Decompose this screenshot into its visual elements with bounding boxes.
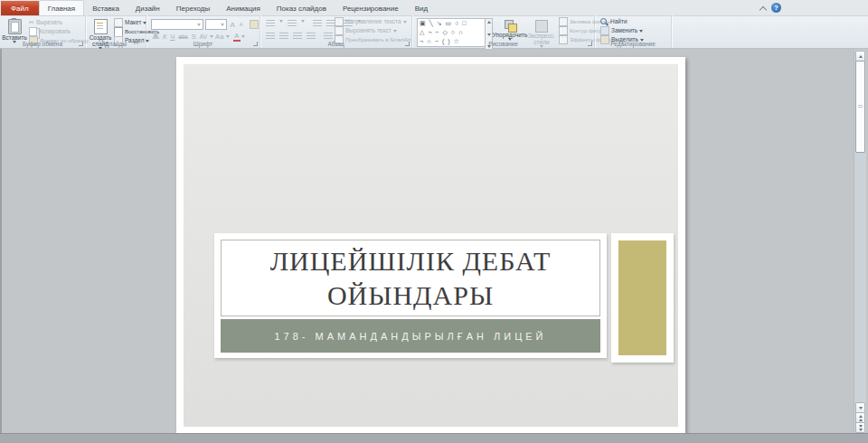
slide-title[interactable]: ЛИЦЕЙШІЛІК ДЕБАТ ОЙЫНДАРЫ: [221, 240, 600, 316]
clipboard-dialog-launcher-icon[interactable]: [79, 42, 83, 46]
title-placeholder[interactable]: ЛИЦЕЙШІЛІК ДЕБАТ ОЙЫНДАРЫ 178- МАМАНДАНД…: [214, 233, 607, 358]
clear-formatting-icon[interactable]: [250, 20, 259, 29]
font-size-caret-icon: [221, 24, 224, 26]
slide-background[interactable]: ЛИЦЕЙШІЛІК ДЕБАТ ОЙЫНДАРЫ 178- МАМАНДАНД…: [184, 64, 678, 427]
grow-font-button[interactable]: А: [229, 21, 236, 29]
slide-canvas[interactable]: ЛИЦЕЙШІЛІК ДЕБАТ ОЙЫНДАРЫ 178- МАМАНДАНД…: [176, 57, 685, 434]
cut-button[interactable]: ✂ Вырезать: [29, 18, 89, 27]
ribbon-tab-bar: Файл Главная Вставка Дизайн Переходы Ани…: [0, 0, 868, 16]
replace-icon: [600, 26, 609, 35]
font-dialog-launcher-icon[interactable]: [253, 42, 258, 46]
character-spacing-caret-icon: [210, 35, 213, 38]
scrollbar-thumb[interactable]: [855, 61, 865, 153]
find-label: Найти: [610, 17, 627, 26]
slide-subtitle[interactable]: 178- МАМАНДАНДЫРЫЛҒАН ЛИЦЕЙ: [221, 319, 600, 353]
arrange-label: Упорядочить: [493, 32, 528, 38]
next-slide-button[interactable]: [855, 422, 865, 433]
text-shadow-button[interactable]: S: [190, 33, 197, 41]
replace-button[interactable]: Заменить: [600, 26, 644, 35]
shrink-font-button[interactable]: А: [238, 22, 244, 27]
ribbon-spacer: [672, 15, 868, 48]
slide-title-line-1: ЛИЦЕЙШІЛІК ДЕБАТ: [270, 244, 552, 278]
slide-title-line-2: ОЙЫНДАРЫ: [327, 278, 494, 313]
cut-icon: ✂: [29, 18, 34, 27]
tab-animations[interactable]: Анимация: [218, 1, 269, 15]
tab-transitions[interactable]: Переходы: [168, 1, 219, 15]
accent-shape-frame[interactable]: [611, 233, 674, 363]
bullets-icon[interactable]: [266, 20, 275, 26]
shapes-scroll-down-icon[interactable]: [487, 33, 491, 36]
italic-button[interactable]: К: [161, 33, 167, 41]
group-font: А А Ж К Ч abc S AV Аа А Шрифт: [146, 15, 260, 48]
numbering-icon[interactable]: [288, 20, 297, 26]
powerpoint-window: Файл Главная Вставка Дизайн Переходы Ани…: [0, 0, 868, 443]
copy-button[interactable]: Копировать: [29, 27, 89, 36]
tab-home[interactable]: Главная: [39, 0, 84, 15]
previous-slide-icon-2: [859, 419, 863, 421]
justify-icon[interactable]: [307, 33, 316, 39]
find-button[interactable]: Найти: [600, 17, 644, 26]
decrease-indent-icon[interactable]: [313, 20, 322, 26]
align-right-icon[interactable]: [293, 33, 302, 39]
tab-review[interactable]: Рецензирование: [335, 1, 407, 15]
font-color-caret-icon: [241, 35, 245, 38]
paste-button[interactable]: Вставить: [3, 17, 26, 43]
text-direction-button[interactable]: Направление текста: [335, 17, 411, 26]
align-text-caret-icon: [393, 30, 397, 33]
font-name-combobox[interactable]: [151, 19, 203, 30]
drawing-dialog-launcher-icon[interactable]: [588, 42, 592, 46]
accent-rectangle[interactable]: [618, 240, 666, 355]
quick-styles-icon: [535, 20, 548, 33]
change-case-button[interactable]: Аа: [214, 33, 225, 41]
vertical-scrollbar[interactable]: [854, 50, 866, 434]
ribbon-groups: Вставить ✂ Вырезать Копировать Формат по…: [0, 15, 868, 48]
shapes-scroll-up-icon[interactable]: [487, 21, 491, 24]
group-editing: Найти Заменить Выделить Редактирование: [595, 15, 672, 48]
numbering-caret-icon: [301, 20, 305, 23]
align-text-icon: [335, 26, 344, 35]
next-slide-icon: [859, 425, 863, 428]
align-text-button[interactable]: Выровнять текст: [335, 26, 411, 35]
bullets-caret-icon: [279, 20, 283, 23]
layout-icon: [114, 18, 123, 27]
underline-button[interactable]: Ч: [169, 33, 176, 41]
tab-insert[interactable]: Вставка: [84, 1, 127, 15]
tab-slideshow[interactable]: Показ слайдов: [269, 1, 335, 15]
change-case-caret-icon: [226, 35, 230, 38]
group-clipboard: Вставить ✂ Вырезать Копировать Формат по…: [0, 15, 86, 48]
align-center-icon[interactable]: [279, 33, 288, 39]
shapes-row-1: ▣ ╲ ↘ ▭ ○ □: [420, 19, 486, 28]
collapse-ribbon-icon[interactable]: [760, 5, 767, 12]
group-slides: Создать слайд Макет Восстановить: [86, 15, 146, 48]
file-tab[interactable]: Файл: [1, 1, 39, 15]
shape-fill-icon: [559, 17, 568, 26]
align-left-icon[interactable]: [266, 33, 275, 39]
paragraph-group-label: Абзац: [260, 41, 411, 48]
strikethrough-button[interactable]: abc: [177, 33, 189, 40]
tab-design[interactable]: Дизайн: [127, 1, 168, 15]
text-direction-caret-icon: [403, 21, 407, 24]
help-icon[interactable]: ?: [771, 3, 781, 13]
find-icon: [600, 18, 609, 26]
previous-slide-icon: [859, 415, 863, 418]
text-direction-label: Направление текста: [345, 17, 401, 26]
arrange-button[interactable]: Упорядочить: [495, 18, 524, 41]
copy-label: Копировать: [39, 27, 71, 36]
font-name-caret-icon: [197, 24, 201, 26]
slides-group-label: Слайды: [86, 41, 146, 48]
font-size-combobox[interactable]: [205, 19, 227, 30]
character-spacing-button[interactable]: AV: [198, 33, 208, 40]
replace-caret-icon: [639, 30, 643, 33]
editing-workspace: ЛИЦЕЙШІЛІК ДЕБАТ ОЙЫНДАРЫ 178- МАМАНДАНД…: [0, 49, 868, 434]
arrange-icon: [505, 20, 516, 32]
bold-button[interactable]: Ж: [151, 33, 160, 41]
paste-icon: [8, 19, 22, 34]
status-bar: [0, 433, 868, 443]
ribbon: Файл Главная Вставка Дизайн Переходы Ани…: [0, 0, 868, 49]
paragraph-dialog-launcher-icon[interactable]: [405, 42, 410, 46]
group-drawing: ▣ ╲ ↘ ▭ ○ □ △ ¬ ~ ◇ ○ ∩ ¬ ∩ ~ ( ) ☆ Упор…: [412, 15, 595, 48]
layout-label: Макет: [125, 18, 141, 27]
copy-icon: [29, 27, 37, 36]
tab-view[interactable]: Вид: [407, 1, 436, 15]
columns-icon[interactable]: [324, 33, 333, 39]
